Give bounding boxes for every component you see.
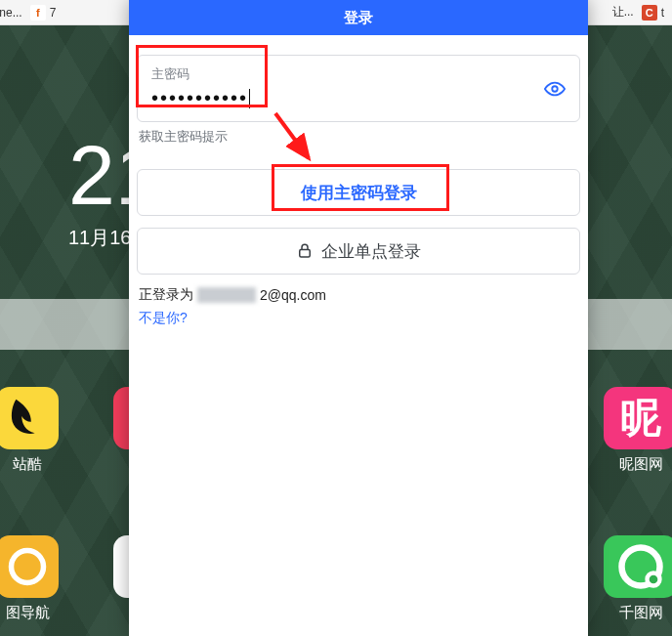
bookmark-label: 让... bbox=[612, 4, 634, 21]
tile-label: 千图网 bbox=[619, 604, 663, 622]
svg-rect-4 bbox=[300, 250, 311, 258]
sso-button-label: 企业单点登录 bbox=[321, 240, 421, 263]
bookmark-label: 7 bbox=[50, 6, 57, 20]
tile-label: 昵图网 bbox=[619, 455, 663, 474]
bookmark-label: t bbox=[661, 6, 664, 20]
tile-label: 图导航 bbox=[6, 604, 50, 622]
home-tile[interactable]: 图导航 bbox=[0, 535, 59, 622]
not-you-link[interactable]: 不是你? bbox=[139, 310, 578, 327]
bookmark-favicon: C bbox=[642, 5, 657, 21]
tile-icon-nav bbox=[0, 535, 59, 598]
login-panel: 登录 主密码 ••••••••••• 获取主密码提示 使用主密码登录 企业单点登… bbox=[129, 0, 588, 636]
enterprise-sso-button[interactable]: 企业单点登录 bbox=[137, 228, 580, 275]
bookmark-label: ree online... bbox=[0, 6, 22, 20]
login-primary-label: 使用主密码登录 bbox=[301, 182, 417, 204]
home-tile[interactable]: 千图网 bbox=[604, 535, 672, 622]
login-with-master-password-button[interactable]: 使用主密码登录 bbox=[137, 169, 580, 216]
logging-in-as: 正登录为 2@qq.com bbox=[139, 286, 578, 304]
home-tile[interactable]: 昵 昵图网 bbox=[604, 387, 672, 474]
tile-icon-nipic: 昵 bbox=[604, 387, 672, 449]
bookmark-item[interactable]: 让... bbox=[612, 4, 634, 21]
sso-icon bbox=[296, 242, 314, 260]
bookmark-item[interactable]: ree online... bbox=[0, 6, 22, 20]
tile-label: 站酷 bbox=[13, 455, 42, 474]
tile-icon-zcool bbox=[0, 387, 59, 449]
masked-email-prefix bbox=[197, 287, 256, 303]
bookmark-item[interactable]: C t bbox=[642, 5, 664, 21]
login-panel-title: 登录 bbox=[129, 0, 588, 35]
svg-point-0 bbox=[12, 551, 44, 583]
password-hint-link[interactable]: 获取主密码提示 bbox=[139, 128, 578, 146]
master-password-value: ••••••••••• bbox=[151, 87, 530, 109]
bookmark-item[interactable]: f 7 bbox=[30, 5, 57, 21]
svg-point-2 bbox=[648, 573, 660, 586]
master-password-label: 主密码 bbox=[151, 65, 530, 83]
bookmark-favicon: f bbox=[30, 5, 46, 21]
home-tile[interactable]: 站酷 bbox=[0, 387, 59, 474]
svg-point-3 bbox=[552, 86, 558, 92]
master-password-field[interactable]: 主密码 ••••••••••• bbox=[137, 55, 580, 122]
show-password-icon[interactable] bbox=[544, 78, 566, 100]
tile-icon-58pic bbox=[604, 535, 672, 598]
